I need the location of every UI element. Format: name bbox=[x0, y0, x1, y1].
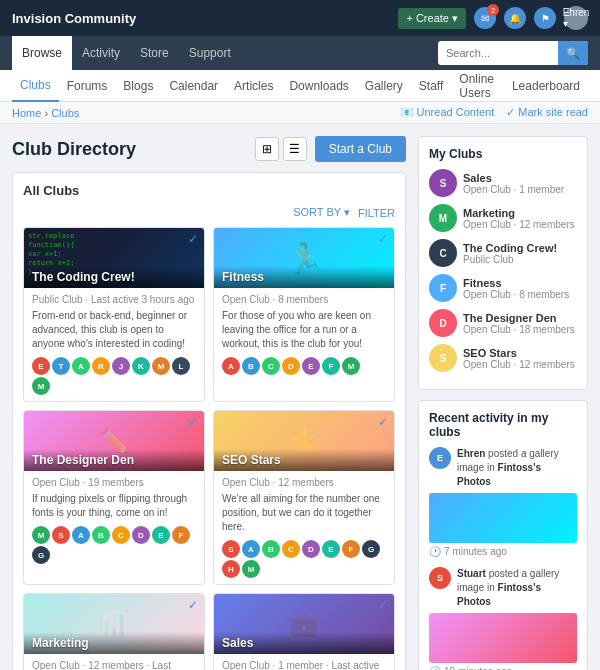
mavatar: M bbox=[152, 357, 170, 375]
messages-icon[interactable]: ✉ 2 bbox=[474, 7, 496, 29]
club-name-marketing: Marketing bbox=[32, 636, 196, 650]
my-club-info-seo: SEO Stars Open Club · 12 members bbox=[463, 347, 577, 370]
club-card-marketing[interactable]: 📊 Marketing ✓ Open Club · 12 members · L… bbox=[23, 593, 205, 670]
mavatar: M bbox=[32, 526, 50, 544]
mark-site-read-link[interactable]: ✓ Mark site read bbox=[506, 106, 588, 119]
activity-time-1: 🕐 7 minutes ago bbox=[429, 546, 577, 557]
member-avatars-coding: E T A R J K M L M bbox=[32, 357, 196, 395]
filter-button[interactable]: FILTER bbox=[358, 207, 395, 219]
mavatar: A bbox=[72, 357, 90, 375]
club-meta-fitness: Open Club · 8 members bbox=[222, 294, 386, 305]
nav-support[interactable]: Support bbox=[179, 36, 241, 70]
page-header: Club Directory ⊞ ☰ Start a Club bbox=[12, 136, 406, 162]
my-club-icon-designer: D bbox=[429, 309, 457, 337]
my-club-icon-fitness: F bbox=[429, 274, 457, 302]
club-meta-marketing: Open Club · 12 members · Last active 13 … bbox=[32, 660, 196, 670]
mavatar: F bbox=[322, 357, 340, 375]
club-banner-overlay-marketing: Marketing bbox=[24, 632, 204, 654]
mavatar: M bbox=[342, 357, 360, 375]
subnav-articles[interactable]: Articles bbox=[226, 70, 281, 102]
club-body-fitness: Open Club · 8 members For those of you w… bbox=[214, 288, 394, 381]
nav-store[interactable]: Store bbox=[130, 36, 179, 70]
my-club-designer[interactable]: D The Designer Den Open Club · 18 member… bbox=[429, 309, 577, 337]
mavatar: D bbox=[132, 526, 150, 544]
unread-content-link[interactable]: 📧 Unread Content bbox=[400, 106, 495, 119]
subnav-blogs[interactable]: Blogs bbox=[115, 70, 161, 102]
user-avatar[interactable]: Ehren ▾ bbox=[564, 6, 588, 30]
club-body-marketing: Open Club · 12 members · Last active 13 … bbox=[24, 654, 204, 670]
club-check-seo: ✓ bbox=[378, 415, 388, 429]
breadcrumb-right: 📧 Unread Content ✓ Mark site read bbox=[400, 106, 589, 119]
my-club-name-marketing: Marketing bbox=[463, 207, 577, 219]
club-meta-coding: Public Club · Last active 3 hours ago bbox=[32, 294, 196, 305]
club-card-coding[interactable]: str.replacefunction(){ var x=1; return x… bbox=[23, 227, 205, 402]
club-desc-seo: We're all aiming for the number one posi… bbox=[222, 492, 386, 534]
club-body-sales: Open Club · 1 member · Last active 1 min… bbox=[214, 654, 394, 670]
club-name-coding: The Coding Crew! bbox=[32, 270, 196, 284]
my-club-info-coding: The Coding Crew! Public Club bbox=[463, 242, 577, 265]
main-container: Club Directory ⊞ ☰ Start a Club All Club… bbox=[0, 124, 600, 670]
start-club-button[interactable]: Start a Club bbox=[315, 136, 406, 162]
mavatar: R bbox=[92, 357, 110, 375]
subnav-downloads[interactable]: Downloads bbox=[281, 70, 356, 102]
club-card-fitness[interactable]: 🏃 Fitness ✓ Open Club · 8 members For th… bbox=[213, 227, 395, 402]
notifications-icon[interactable]: 🔔 bbox=[504, 7, 526, 29]
content-area: Club Directory ⊞ ☰ Start a Club All Club… bbox=[12, 136, 406, 670]
club-card-seo[interactable]: ⭐ SEO Stars ✓ Open Club · 12 members We'… bbox=[213, 410, 395, 585]
subnav-staff[interactable]: Staff bbox=[411, 70, 451, 102]
recent-activity-section: Recent activity in my clubs E Ehren post… bbox=[418, 400, 588, 670]
list-view-button[interactable]: ☰ bbox=[283, 137, 307, 161]
club-card-sales[interactable]: 💼 Sales ✓ Open Club · 1 member · Last ac… bbox=[213, 593, 395, 670]
activity-location-1: Fintoss's Photos bbox=[457, 462, 541, 487]
create-button[interactable]: + Create ▾ bbox=[398, 8, 466, 29]
activity-header-1: E Ehren posted a gallery image in Fintos… bbox=[429, 447, 577, 489]
activity-thumb-1 bbox=[429, 493, 577, 543]
grid-view-button[interactable]: ⊞ bbox=[255, 137, 279, 161]
mavatar: G bbox=[32, 546, 50, 564]
activity-location-2: Fintoss's Photos bbox=[457, 582, 541, 607]
club-banner-fitness: 🏃 Fitness ✓ bbox=[214, 228, 394, 288]
club-desc-designer: If nudging pixels or flipping through fo… bbox=[32, 492, 196, 520]
messages-badge: 2 bbox=[487, 4, 499, 16]
club-banner-overlay-coding: The Coding Crew! bbox=[24, 266, 204, 288]
club-body-designer: Open Club · 19 members If nudging pixels… bbox=[24, 471, 204, 570]
nav-activity[interactable]: Activity bbox=[72, 36, 130, 70]
mavatar: E bbox=[322, 540, 340, 558]
sidebar: My Clubs S Sales Open Club · 1 member M … bbox=[418, 136, 588, 670]
my-club-coding[interactable]: C The Coding Crew! Public Club bbox=[429, 239, 577, 267]
sort-by-button[interactable]: SORT BY ▾ bbox=[293, 206, 350, 219]
subnav-gallery[interactable]: Gallery bbox=[357, 70, 411, 102]
my-club-name-designer: The Designer Den bbox=[463, 312, 577, 324]
subnav-online-users[interactable]: Online Users bbox=[451, 70, 504, 102]
mavatar: E bbox=[152, 526, 170, 544]
my-club-marketing[interactable]: M Marketing Open Club · 12 members bbox=[429, 204, 577, 232]
activity-header-2: S Stuart posted a gallery image in Finto… bbox=[429, 567, 577, 609]
subnav-clubs[interactable]: Clubs bbox=[12, 70, 59, 102]
member-avatars-fitness: A B C D E F M bbox=[222, 357, 386, 375]
breadcrumb-clubs[interactable]: Clubs bbox=[51, 107, 79, 119]
subnav-forums[interactable]: Forums bbox=[59, 70, 116, 102]
breadcrumb-bar: Home › Clubs 📧 Unread Content ✓ Mark sit… bbox=[0, 102, 600, 124]
subnav-calendar[interactable]: Calendar bbox=[161, 70, 226, 102]
club-desc-coding: From-end or back-end, beginner or advanc… bbox=[32, 309, 196, 351]
my-club-icon-seo: S bbox=[429, 344, 457, 372]
club-card-designer[interactable]: ✏️ The Designer Den ✓ Open Club · 19 mem… bbox=[23, 410, 205, 585]
my-club-sales[interactable]: S Sales Open Club · 1 member bbox=[429, 169, 577, 197]
search-input[interactable] bbox=[438, 47, 558, 59]
mavatar: T bbox=[52, 357, 70, 375]
nav-browse[interactable]: Browse bbox=[12, 36, 72, 70]
alerts-icon[interactable]: ⚑ bbox=[534, 7, 556, 29]
my-club-meta-fitness: Open Club · 8 members bbox=[463, 289, 577, 300]
breadcrumb-home[interactable]: Home bbox=[12, 107, 41, 119]
clock-icon-2: 🕐 bbox=[429, 666, 441, 670]
sort-bar: SORT BY ▾ FILTER bbox=[23, 206, 395, 219]
search-button[interactable]: 🔍 bbox=[558, 41, 588, 65]
club-meta-seo: Open Club · 12 members bbox=[222, 477, 386, 488]
my-club-fitness[interactable]: F Fitness Open Club · 8 members bbox=[429, 274, 577, 302]
mavatar: L bbox=[172, 357, 190, 375]
mavatar: D bbox=[282, 357, 300, 375]
club-check-coding: ✓ bbox=[188, 232, 198, 246]
my-club-seo[interactable]: S SEO Stars Open Club · 12 members bbox=[429, 344, 577, 372]
subnav-leaderboard[interactable]: Leaderboard bbox=[504, 70, 588, 102]
club-grid: str.replacefunction(){ var x=1; return x… bbox=[23, 227, 395, 670]
